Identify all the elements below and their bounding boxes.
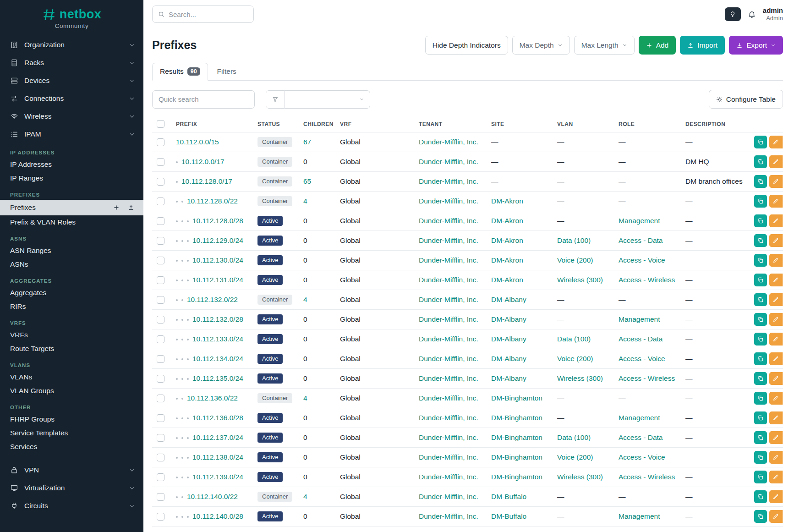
row-checkbox[interactable] <box>157 513 164 521</box>
sidebar-item-asn-ranges[interactable]: ASN Ranges <box>0 244 143 258</box>
role-link[interactable]: Access - Wireless <box>619 276 675 284</box>
children-count-link[interactable]: 4 <box>303 493 307 500</box>
prefix-link[interactable]: 10.112.132.0/22 <box>187 296 238 303</box>
role-link[interactable]: Management <box>619 512 660 520</box>
copy-button[interactable] <box>754 431 767 444</box>
sidebar-item-devices[interactable]: Devices <box>0 71 143 89</box>
copy-button[interactable] <box>754 392 767 405</box>
tenant-link[interactable]: Dunder-Mifflin, Inc. <box>419 236 478 244</box>
role-link[interactable]: Access - Wireless <box>619 473 675 481</box>
edit-button[interactable] <box>769 155 782 168</box>
vlan-link[interactable]: Data (100) <box>557 236 591 244</box>
sidebar-item-virtualization[interactable]: Virtualization <box>0 479 143 497</box>
configure-table-button[interactable]: Configure Table <box>709 90 783 109</box>
sidebar-item-route-targets[interactable]: Route Targets <box>0 342 143 356</box>
prefix-link[interactable]: 10.112.136.0/22 <box>187 394 238 402</box>
row-checkbox[interactable] <box>157 296 164 304</box>
copy-button[interactable] <box>754 234 767 247</box>
prefix-link[interactable]: 10.112.138.0/24 <box>192 453 243 461</box>
site-link[interactable]: DM-Albany <box>491 335 526 343</box>
prefix-link[interactable]: 10.112.140.0/28 <box>192 512 243 520</box>
tab-results[interactable]: Results 90 <box>152 63 208 81</box>
sidebar-item-ip-ranges[interactable]: IP Ranges <box>0 171 143 185</box>
edit-button[interactable] <box>769 293 782 306</box>
tenant-link[interactable]: Dunder-Mifflin, Inc. <box>419 512 478 520</box>
sidebar-item-vrfs[interactable]: VRFs <box>0 328 143 342</box>
prefix-link[interactable]: 10.112.135.0/24 <box>192 374 243 382</box>
tenant-link[interactable]: Dunder-Mifflin, Inc. <box>419 158 478 165</box>
children-count-link[interactable]: 4 <box>303 197 307 205</box>
site-link[interactable]: DM-Binghamton <box>491 414 542 422</box>
children-count-link[interactable]: 65 <box>303 177 311 185</box>
edit-button[interactable] <box>769 195 782 208</box>
edit-button[interactable] <box>769 175 782 188</box>
edit-dropdown-button[interactable] <box>782 254 783 267</box>
edit-button[interactable] <box>769 451 782 464</box>
row-checkbox[interactable] <box>157 217 164 225</box>
children-count-link[interactable]: 4 <box>303 394 307 402</box>
row-checkbox[interactable] <box>157 197 164 205</box>
copy-button[interactable] <box>754 274 767 286</box>
prefix-link[interactable]: 10.112.0.0/17 <box>181 158 225 165</box>
role-link[interactable]: Access - Voice <box>619 256 665 264</box>
sidebar-item-wireless[interactable]: Wireless <box>0 107 143 125</box>
tenant-link[interactable]: Dunder-Mifflin, Inc. <box>419 355 478 362</box>
prefix-link[interactable]: 10.112.133.0/24 <box>192 335 243 343</box>
column-header-vrf[interactable]: VRF <box>335 116 414 132</box>
copy-button[interactable] <box>754 451 767 464</box>
tenant-link[interactable]: Dunder-Mifflin, Inc. <box>419 335 478 343</box>
copy-button[interactable] <box>754 214 767 227</box>
max-length-dropdown[interactable]: Max Length <box>574 36 635 55</box>
copy-button[interactable] <box>754 155 767 168</box>
site-link[interactable]: DM-Buffalo <box>491 493 526 500</box>
sidebar-item-connections[interactable]: Connections <box>0 89 143 107</box>
column-header-role[interactable]: ROLE <box>614 116 681 132</box>
sidebar-item-prefixes[interactable]: Prefixes <box>0 200 143 215</box>
import-button[interactable]: Import <box>680 36 725 55</box>
children-count-link[interactable]: 67 <box>303 138 311 146</box>
site-link[interactable]: DM-Akron <box>491 197 523 205</box>
edit-dropdown-button[interactable] <box>782 372 783 385</box>
prefix-link[interactable]: 10.112.129.0/24 <box>192 236 243 244</box>
edit-dropdown-button[interactable] <box>782 392 783 405</box>
sidebar-item-racks[interactable]: Racks <box>0 54 143 71</box>
prefix-link[interactable]: 10.112.134.0/24 <box>192 355 243 362</box>
site-link[interactable]: DM-Binghamton <box>491 394 542 402</box>
role-link[interactable]: Access - Data <box>619 236 663 244</box>
row-checkbox[interactable] <box>157 493 164 501</box>
notifications-button[interactable] <box>748 10 756 18</box>
edit-dropdown-button[interactable] <box>782 313 783 326</box>
row-checkbox[interactable] <box>157 158 164 166</box>
row-checkbox[interactable] <box>157 473 164 481</box>
select-all-checkbox[interactable] <box>157 120 164 128</box>
site-link[interactable]: DM-Akron <box>491 217 523 225</box>
edit-dropdown-button[interactable] <box>782 333 783 346</box>
edit-button[interactable] <box>769 313 782 326</box>
row-checkbox[interactable] <box>157 454 164 461</box>
tenant-link[interactable]: Dunder-Mifflin, Inc. <box>419 256 478 264</box>
theme-toggle-button[interactable] <box>725 7 741 21</box>
role-link[interactable]: Access - Data <box>619 433 663 441</box>
prefix-link[interactable]: 10.112.128.0/17 <box>181 177 232 185</box>
site-link[interactable]: DM-Binghamton <box>491 453 542 461</box>
sidebar-item-vpn[interactable]: VPN <box>0 461 143 479</box>
edit-button[interactable] <box>769 254 782 267</box>
site-link[interactable]: DM-Binghamton <box>491 433 542 441</box>
copy-button[interactable] <box>754 136 767 148</box>
site-link[interactable]: DM-Albany <box>491 374 526 382</box>
row-checkbox[interactable] <box>157 316 164 324</box>
vlan-link[interactable]: Voice (200) <box>557 453 593 461</box>
tenant-link[interactable]: Dunder-Mifflin, Inc. <box>419 433 478 441</box>
sidebar-item-prefix-vlan-roles[interactable]: Prefix & VLAN Roles <box>0 215 143 229</box>
site-link[interactable]: DM-Albany <box>491 315 526 323</box>
edit-dropdown-button[interactable] <box>782 214 783 227</box>
column-header-vlan[interactable]: VLAN <box>553 116 614 132</box>
edit-button[interactable] <box>769 234 782 247</box>
edit-dropdown-button[interactable] <box>782 274 783 286</box>
copy-button[interactable] <box>754 293 767 306</box>
copy-button[interactable] <box>754 372 767 385</box>
add-button[interactable]: Add <box>639 36 676 55</box>
edit-button[interactable] <box>769 392 782 405</box>
row-checkbox[interactable] <box>157 375 164 383</box>
prefix-link[interactable]: 10.112.136.0/28 <box>192 414 243 422</box>
